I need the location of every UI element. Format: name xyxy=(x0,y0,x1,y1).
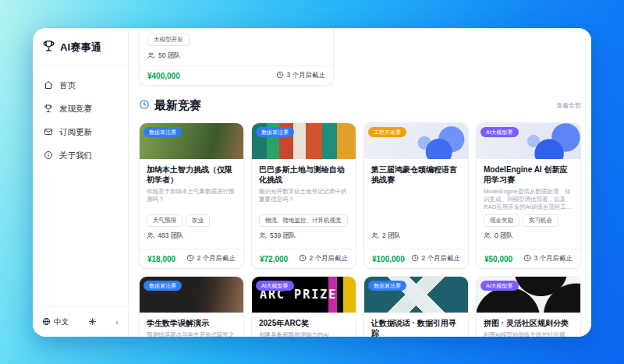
sidebar-nav: 首页 发现竞赛 订阅更新 关于我们 xyxy=(33,65,128,306)
globe-icon xyxy=(42,317,51,327)
category-badge: AI大模型赛 xyxy=(256,281,294,291)
card-image: 数据算法赛 xyxy=(252,123,356,159)
card-title: 巴巴多斯土地与测绘自动化挑战 xyxy=(259,164,349,185)
deadline-text: 3 个月后截止 xyxy=(286,71,325,80)
card-description: 预测错误观点与学生开放式回答之间的关联 xyxy=(147,331,236,337)
sidebar: AI赛事通 首页 发现竞赛 订阅更新 关于我们 中文 xyxy=(33,28,129,337)
card-description: 能识别并数字化土地登记记录中的重要信息吗？ xyxy=(259,188,349,203)
card-image: 数据算法赛 xyxy=(364,277,468,313)
clock-icon xyxy=(276,71,284,80)
competition-card[interactable]: 数据算法赛 学生数学误解演示 预测错误观点与学生开放式回答之间的关联 教育NLP… xyxy=(139,276,244,337)
teams-icon xyxy=(259,231,267,241)
teams-icon xyxy=(484,231,491,241)
trophy-icon xyxy=(44,104,53,115)
sidebar-item-label: 首页 xyxy=(59,80,76,91)
main-content[interactable]: 大模型开发 50 团队 ¥400,000 3 个月后截止 最新竞赛 查看全部 xyxy=(129,28,591,337)
card-title: 拼图 · 灵活社区规则分类 xyxy=(484,318,573,328)
teams-count: 2 团队 xyxy=(382,231,401,241)
partial-competition-card[interactable]: 大模型开发 50 团队 ¥400,000 3 个月后截止 xyxy=(139,28,334,86)
teams-count: 483 团队 xyxy=(158,231,184,241)
category-badge: 工程开发赛 xyxy=(368,127,406,137)
competition-card[interactable]: 数据算法赛 巴巴多斯土地与测绘自动化挑战 能识别并数字化土地登记记录中的重要信息… xyxy=(251,122,356,269)
prize-amount: ¥100,000 xyxy=(372,255,405,263)
competition-grid: 数据算法赛 加纳本土智力挑战（仅限初学者） 你能基于加纳本土气象数据进行预测吗？… xyxy=(139,122,581,337)
view-all-link[interactable]: 查看全部 xyxy=(556,101,581,110)
app-title: AI赛事通 xyxy=(60,41,101,55)
card-title: 2025年ARC奖 xyxy=(259,318,349,328)
tag-list: 现金奖励实习机会 xyxy=(484,214,573,227)
teams-count: 0 团队 xyxy=(495,231,513,241)
card-image: 工程开发赛 xyxy=(364,123,468,159)
tag-pill: 实习机会 xyxy=(523,214,558,227)
card-description: 利用AI模型协助版主维护社区规范。 xyxy=(484,331,573,337)
competition-card[interactable]: ARC PRIZE AI大模型赛 2025年ARC奖 创建具备新颖推理能力的AI… xyxy=(251,276,356,337)
sidebar-item-label: 关于我们 xyxy=(59,150,92,161)
home-icon xyxy=(44,80,53,91)
card-title: 让数据说话 · 数据引用寻踪 xyxy=(371,318,461,337)
card-image: AI大模型赛 xyxy=(477,277,580,313)
card-image: AI大模型赛 xyxy=(477,123,580,159)
category-badge: 数据算法赛 xyxy=(144,281,182,291)
sidebar-item-about[interactable]: 关于我们 xyxy=(37,145,123,167)
tag-list: 物流、陆地监控、计算机视觉 xyxy=(259,214,349,227)
clock-icon xyxy=(186,254,194,263)
prize-amount: ¥400,000 xyxy=(147,72,180,80)
tag-list: 天气预报农业 xyxy=(147,214,236,227)
trophy-logo-icon xyxy=(42,39,55,55)
language-label: 中文 xyxy=(54,317,69,327)
card-description: ModelEngine提供从数据处理、知识生成、到模型调优部署，以及RAG应用开… xyxy=(484,188,573,210)
card-description: 你能基于加纳本土气象数据进行预测吗？ xyxy=(147,188,236,203)
card-image: 数据算法赛 xyxy=(140,277,243,313)
category-badge: 数据算法赛 xyxy=(368,281,406,291)
competition-card[interactable]: AI大模型赛 拼图 · 灵活社区规则分类 利用AI模型协助版主维护社区规范。 文… xyxy=(476,276,581,337)
card-image: 数据算法赛 xyxy=(140,123,243,159)
category-badge: AI大模型赛 xyxy=(480,127,519,137)
tag-pill: 物流、陆地监控、计算机视觉 xyxy=(259,214,348,227)
prize-amount: ¥50,000 xyxy=(484,255,512,263)
card-title: 学生数学误解演示 xyxy=(147,318,236,328)
app-window: AI赛事通 首页 发现竞赛 订阅更新 关于我们 中文 xyxy=(33,28,591,337)
sidebar-footer: 中文 ‹ xyxy=(33,306,128,337)
sidebar-item-label: 订阅更新 xyxy=(59,127,92,138)
competition-card[interactable]: 工程开发赛 第三届鸿蒙仓颉编程语言挑战赛 2 团队 ¥100,000 2 个月后… xyxy=(363,122,469,269)
clock-badge-icon xyxy=(139,99,150,113)
tag-pill: 现金奖励 xyxy=(484,214,519,227)
sidebar-item-subscribe[interactable]: 订阅更新 xyxy=(37,122,123,143)
collapse-sidebar-button[interactable]: ‹ xyxy=(115,318,119,327)
tag-pill: 天气预报 xyxy=(147,214,183,227)
card-title: 加纳本土智力挑战（仅限初学者） xyxy=(147,164,236,185)
competition-card[interactable]: 数据算法赛 让数据说话 · 数据引用寻踪 从论文中识别科学数据使用并分类其提及方… xyxy=(363,276,469,337)
sidebar-item-label: 发现竞赛 xyxy=(59,104,92,115)
teams-count: 539 团队 xyxy=(270,231,296,241)
theme-icon[interactable] xyxy=(88,315,97,329)
teams-icon xyxy=(147,231,154,241)
section-title: 最新竞赛 xyxy=(154,98,201,113)
competition-card[interactable]: AI大模型赛 ModelEngine AI 创新应用学习赛 ModelEngin… xyxy=(476,122,581,269)
language-switcher[interactable]: 中文 xyxy=(42,317,69,327)
sidebar-item-home[interactable]: 首页 xyxy=(37,75,123,97)
deadline-text: 2 个月后截止 xyxy=(197,254,236,263)
clock-icon xyxy=(523,254,531,263)
tag-pill: 大模型开发 xyxy=(147,34,190,46)
sidebar-item-discover[interactable]: 发现竞赛 xyxy=(37,98,123,120)
clock-icon xyxy=(411,254,419,263)
competition-card[interactable]: 数据算法赛 加纳本土智力挑战（仅限初学者） 你能基于加纳本土气象数据进行预测吗？… xyxy=(139,122,244,269)
category-badge: AI大模型赛 xyxy=(480,281,519,291)
card-title: ModelEngine AI 创新应用学习赛 xyxy=(484,164,573,185)
deadline-text: 3 个月后截止 xyxy=(534,254,573,263)
card-image: ARC PRIZE AI大模型赛 xyxy=(252,277,356,313)
category-badge: 数据算法赛 xyxy=(256,127,294,137)
category-badge: 数据算法赛 xyxy=(144,127,182,137)
prize-amount: ¥72,000 xyxy=(260,255,288,263)
deadline-text: 2 个月后截止 xyxy=(421,254,460,263)
tag-pill: 农业 xyxy=(186,214,210,227)
teams-icon xyxy=(371,231,379,241)
app-logo[interactable]: AI赛事通 xyxy=(33,28,128,65)
teams-icon xyxy=(147,51,155,61)
prize-amount: ¥18,000 xyxy=(147,255,176,263)
mail-icon xyxy=(44,127,53,138)
section-header: 最新竞赛 查看全部 xyxy=(139,98,581,113)
clock-icon xyxy=(299,254,307,263)
card-description: 创建具备新颖推理能力的AI xyxy=(259,331,349,337)
deadline-text: 2 个月后截止 xyxy=(309,254,348,263)
